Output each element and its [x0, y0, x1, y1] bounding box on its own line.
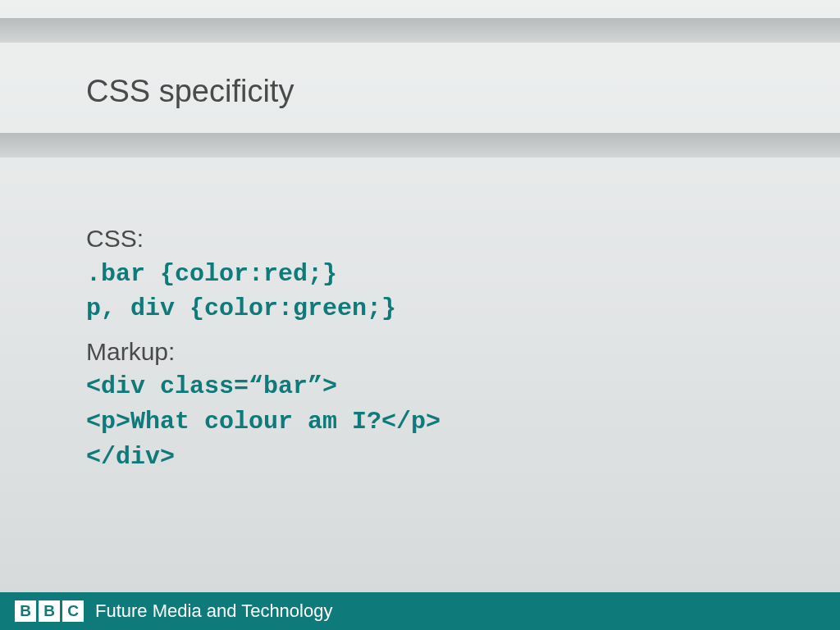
logo-letter-b1: B: [15, 600, 36, 622]
css-code-line-1: .bar {color:red;}: [86, 257, 774, 292]
css-code-line-2: p, div {color:green;}: [86, 291, 774, 326]
bbc-logo: B B C: [15, 600, 84, 622]
slide: CSS specificity CSS: .bar {color:red;} p…: [0, 0, 840, 630]
css-label: CSS:: [86, 221, 774, 257]
top-accent-bar: [0, 18, 840, 43]
mid-accent-bar: [0, 133, 840, 158]
footer-text: Future Media and Technology: [95, 600, 332, 622]
markup-code-line-1: <div class=“bar”>: [86, 369, 774, 404]
slide-content: CSS: .bar {color:red;} p, div {color:gre…: [86, 221, 774, 474]
logo-letter-b2: B: [39, 600, 60, 622]
markup-code-line-3: </div>: [86, 440, 774, 475]
markup-label: Markup:: [86, 335, 774, 370]
slide-title: CSS specificity: [86, 74, 294, 109]
markup-code-line-2: <p>What colour am I?</p>: [86, 404, 774, 440]
footer-bar: B B C Future Media and Technology: [0, 592, 840, 630]
logo-letter-c: C: [62, 600, 84, 622]
